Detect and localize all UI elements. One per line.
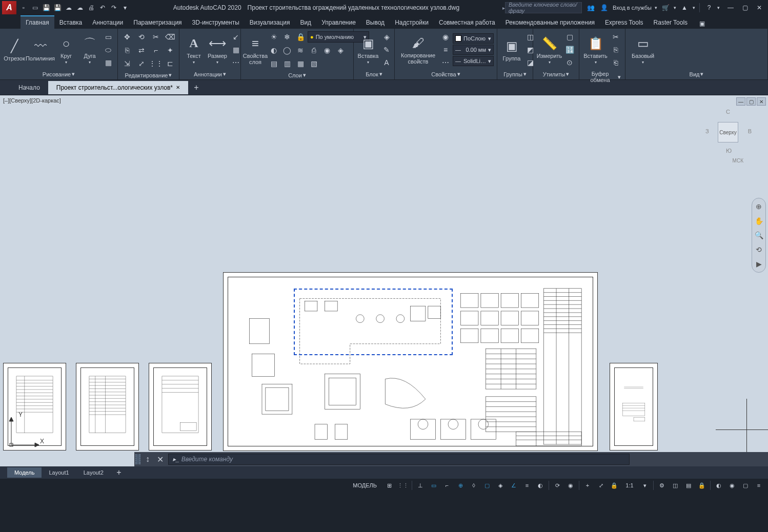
tab-view[interactable]: Вид xyxy=(295,16,316,29)
drawing-sheet-2[interactable] xyxy=(76,363,139,451)
annoscale-icon[interactable]: 🔒 xyxy=(608,480,620,491)
cloud-save-icon[interactable]: ☁ xyxy=(75,3,85,13)
measure-button[interactable]: 📏Измерить▾ xyxy=(536,34,562,66)
otrack-icon[interactable]: ∠ xyxy=(508,480,520,491)
layer-b1-icon[interactable]: ▤ xyxy=(268,57,280,70)
insert-button[interactable]: ▣Вставка▾ xyxy=(357,34,379,66)
panel-block-title[interactable]: Блок ▾ xyxy=(356,70,392,78)
lineweight-combo[interactable]: —0.00 мм▾ xyxy=(453,45,494,55)
text-button[interactable]: AТекст▾ xyxy=(183,34,205,66)
polyline-button[interactable]: 〰Полилиния xyxy=(27,37,54,63)
mirror-icon[interactable]: ⇄ xyxy=(135,44,148,56)
ellipse-icon[interactable]: ⬭ xyxy=(102,44,114,56)
close-button[interactable]: ✕ xyxy=(753,2,766,13)
panel-annot-title[interactable]: Аннотации ▾ xyxy=(181,70,238,78)
panel-layers-title[interactable]: Слои ▾ xyxy=(243,71,351,79)
signin-label[interactable]: Вход в службы xyxy=(613,5,652,11)
panel-groups-title[interactable]: Группы ▾ xyxy=(499,70,531,78)
viewport-label[interactable]: [–][Сверху][2D-каркас] xyxy=(3,97,61,104)
fullnav-icon[interactable]: ⊕ xyxy=(754,201,764,212)
minimize-button[interactable]: — xyxy=(724,2,737,13)
panel-view-title[interactable]: Вид ▾ xyxy=(628,70,765,78)
panel-clip-title[interactable]: Буфер обмена ▾ xyxy=(581,70,623,84)
attr-icon[interactable]: A xyxy=(380,56,393,69)
3d-icon[interactable]: ◉ xyxy=(564,480,577,491)
zoom-icon[interactable]: 🔍 xyxy=(754,230,764,240)
layer-match-icon[interactable]: ≋ xyxy=(294,44,307,56)
tab-3dtools[interactable]: 3D-инструменты xyxy=(187,16,245,29)
qat-dropdown-icon[interactable]: ▾ xyxy=(120,3,130,13)
arc-button[interactable]: ⌒Дуга▾ xyxy=(78,34,101,66)
tab-visualize[interactable]: Визуализация xyxy=(245,16,295,29)
units-icon[interactable]: ◫ xyxy=(669,480,681,491)
redo-icon[interactable]: ↷ xyxy=(109,3,119,13)
hwaccel-icon[interactable]: ◐ xyxy=(713,480,725,491)
maximize-button[interactable]: ▢ xyxy=(738,2,752,13)
trim-icon[interactable]: ✂ xyxy=(150,31,162,43)
cmdline-grip[interactable] xyxy=(135,454,140,464)
3dosnap-icon[interactable]: ◈ xyxy=(494,480,507,491)
autoscale-icon[interactable]: ⤢ xyxy=(595,480,607,491)
color-wheel-icon[interactable]: ◉ xyxy=(439,31,452,43)
snap-icon[interactable]: ⋮⋮ xyxy=(396,480,410,491)
polar-icon[interactable]: ⊕ xyxy=(454,480,467,491)
select-icon[interactable]: ▢ xyxy=(563,31,576,43)
tab-featured[interactable]: Рекомендованные приложения xyxy=(500,16,600,29)
cut-icon[interactable]: ✂ xyxy=(610,31,622,43)
group-button[interactable]: ▣Группа xyxy=(500,37,523,63)
new-icon[interactable]: ▫ xyxy=(18,3,29,13)
panel-draw-title[interactable]: Рисование ▾ xyxy=(2,70,115,78)
baseview-button[interactable]: ▭Базовый▾ xyxy=(629,34,657,66)
scale-icon[interactable]: ⤢ xyxy=(135,57,148,70)
panel-modify-title[interactable]: Редактирование ▾ xyxy=(120,71,177,79)
cycle-icon[interactable]: ⟳ xyxy=(551,480,563,491)
point-icon[interactable]: ⊙ xyxy=(563,56,576,69)
line-button[interactable]: ╱Отрезок xyxy=(3,37,26,63)
matchprops-button[interactable]: 🖌Копирование свойств xyxy=(398,34,438,66)
orbit-icon[interactable]: ⟲ xyxy=(754,244,764,255)
layer-iso-icon[interactable]: ◐ xyxy=(268,44,280,56)
autodesk-icon[interactable]: ▲ xyxy=(679,3,690,13)
user-icon[interactable]: 👤 xyxy=(599,3,610,13)
explode-icon[interactable]: ✦ xyxy=(164,44,176,56)
viewcube-south[interactable]: Ю xyxy=(726,148,732,154)
scale-dd-icon[interactable]: ▾ xyxy=(639,480,651,491)
edit-block-icon[interactable]: ✎ xyxy=(380,44,393,56)
scale-label[interactable]: 1:1 xyxy=(621,480,638,491)
tab-output[interactable]: Вывод xyxy=(361,16,390,29)
layer-walk-icon[interactable]: ◉ xyxy=(321,44,333,56)
save-icon[interactable]: 💾 xyxy=(41,3,51,13)
cmdline-recent-icon[interactable]: ↕ xyxy=(142,453,154,465)
tab-add-button[interactable]: + xyxy=(190,81,203,94)
undo-icon[interactable]: ↶ xyxy=(97,3,108,13)
tab-home[interactable]: Главная xyxy=(21,15,54,29)
tab-document[interactable]: Проект строительст...ологических узлов*✕ xyxy=(48,81,188,94)
tab-express[interactable]: Express Tools xyxy=(600,16,648,29)
lwdisplay-icon[interactable]: ≡ xyxy=(521,480,533,491)
panel-props-title[interactable]: Свойства ▾ xyxy=(397,70,495,78)
erase-icon[interactable]: ⌫ xyxy=(164,31,176,43)
layout-add-button[interactable]: + xyxy=(113,466,125,479)
saveas-icon[interactable]: 💾 xyxy=(52,3,63,13)
viewcube-north[interactable]: С xyxy=(726,109,730,115)
rect-icon[interactable]: ▭ xyxy=(102,31,114,43)
annomon-icon[interactable]: + xyxy=(581,480,594,491)
trans-icon[interactable]: ◐ xyxy=(534,480,547,491)
iso-icon[interactable]: ◊ xyxy=(468,480,480,491)
command-input[interactable]: ▸_Введите команду xyxy=(168,454,630,465)
tab-raster[interactable]: Raster Tools xyxy=(649,16,693,29)
tab-model[interactable]: Модель xyxy=(7,467,42,478)
lw-icon[interactable]: ≡ xyxy=(439,44,452,56)
dimension-button[interactable]: ⟷Размер▾ xyxy=(206,34,229,66)
a360-icon[interactable]: 👥 xyxy=(586,3,596,13)
tab-close-icon[interactable]: ✕ xyxy=(176,85,180,90)
custom-icon[interactable]: ≡ xyxy=(753,480,765,491)
plot-icon[interactable]: 🖨 xyxy=(86,3,96,13)
vp-minimize-icon[interactable]: — xyxy=(736,97,745,106)
hatch-icon[interactable]: ▦ xyxy=(102,56,114,69)
viewcube-west[interactable]: З xyxy=(705,128,709,134)
dyninput-icon[interactable]: ▭ xyxy=(428,480,440,491)
viewcube[interactable]: С Ю В З Сверху xyxy=(708,109,749,150)
tab-layout1[interactable]: Layout1 xyxy=(42,467,76,478)
lt-icon[interactable]: ⋯ xyxy=(439,56,452,69)
